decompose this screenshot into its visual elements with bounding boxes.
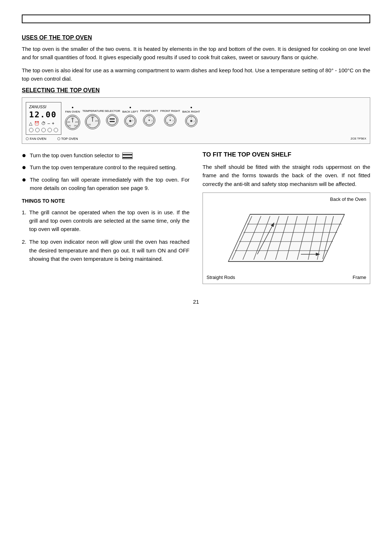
things-to-note-heading: THINGS TO NOTE [22, 197, 189, 205]
bullet-item-2: ● Turn the top oven temperature control … [22, 163, 189, 171]
svg-point-12 [107, 116, 117, 125]
clock-icon: ⏰ [34, 121, 40, 126]
two-col-layout: ● Turn the top oven function selector to… [22, 151, 370, 284]
model-label: ZCE TF5EX [351, 137, 366, 141]
uses-para2: The top oven is also ideal for use as a … [22, 66, 370, 83]
svg-text:1: 1 [149, 116, 150, 118]
svg-text:1: 1 [170, 116, 171, 118]
svg-text:150: 150 [68, 125, 71, 127]
fan-oven-option: FAN OVEN [26, 137, 46, 141]
num-text-1: The grill cannot be operated when the to… [29, 208, 189, 234]
svg-text:2: 2 [173, 119, 174, 122]
dial-temperature: TEMPERATURE 200 240 150 [82, 107, 102, 129]
dial-fan-oven: FAN OVEN 200 240 260 150 100 [65, 107, 80, 130]
svg-text:2: 2 [152, 119, 153, 122]
uses-para1: The top oven is the smaller of the two o… [22, 45, 370, 62]
dial-back-left: BACK LEFT 1 2 9 [122, 107, 138, 127]
svg-text:240: 240 [75, 121, 78, 123]
top-oven-option: TOP OVEN [57, 137, 78, 141]
svg-text:9: 9 [127, 122, 128, 125]
zanussi-display: ZANUSSI 12.00 △ ⏰ ⏱ – + [26, 102, 61, 135]
shelf-labels-bottom: Straight Rods Frame [207, 275, 366, 280]
page-number: 21 [22, 299, 370, 305]
dial-front-left: FRONT LEFT 1 2 9 [140, 107, 158, 126]
svg-text:9: 9 [146, 122, 147, 124]
svg-rect-14 [110, 121, 115, 122]
shelf-diagram: Back of the Oven [203, 193, 370, 284]
dial-dot-br [191, 107, 192, 108]
svg-point-16 [129, 120, 131, 122]
left-column: ● Turn the top oven function selector to… [22, 151, 189, 284]
bullet-dot-1: ● [22, 151, 26, 159]
circle2 [35, 128, 40, 132]
svg-text:240: 240 [95, 120, 98, 122]
radio-fan-oven [26, 137, 29, 140]
circle1 [29, 128, 33, 132]
dial-selector: SELECTOR [105, 107, 120, 126]
svg-rect-35 [123, 154, 132, 155]
bullet-item-1: ● Turn the top oven function selector to [22, 151, 189, 159]
svg-point-21 [148, 119, 150, 121]
dials-area: FAN OVEN 200 240 260 150 100 TEMPER [65, 107, 366, 130]
dial-dot-bl [130, 107, 131, 108]
circle4 [48, 128, 52, 132]
svg-point-31 [190, 120, 192, 122]
circle5 [54, 128, 58, 132]
svg-text:1: 1 [130, 117, 131, 119]
digital-time: 12.00 [29, 110, 58, 119]
dial-dot [72, 107, 73, 108]
svg-text:2: 2 [132, 119, 133, 122]
panel-bottom-labels: FAN OVEN TOP OVEN ZCE TF5EX [26, 136, 366, 141]
num-text-2: The top oven indicator neon will glow un… [29, 238, 189, 263]
numbered-item-1: 1. The grill cannot be operated when the… [22, 208, 189, 234]
svg-text:150: 150 [87, 123, 91, 126]
svg-text:9: 9 [167, 122, 168, 124]
brand-label: ZANUSSI [29, 105, 58, 109]
circle-row [29, 128, 58, 132]
circle3 [41, 128, 46, 132]
dial-back-right: BACK RIGHT 2 2 9 [182, 107, 200, 127]
plus-icon: + [52, 121, 54, 126]
uses-heading: USES OF THE TOP OVEN [22, 35, 370, 41]
svg-point-26 [170, 119, 171, 121]
minus-icon: – [48, 121, 50, 126]
svg-text:260: 260 [74, 125, 77, 127]
svg-marker-37 [228, 214, 344, 262]
bullet-text-3: The cooling fan will operate immediately… [30, 175, 189, 193]
svg-text:2: 2 [191, 117, 192, 119]
fit-shelf-para: The shelf should be fitted with the stra… [203, 163, 370, 188]
shelf-label-top: Back of the Oven [207, 197, 366, 202]
page-title-box [22, 15, 370, 23]
bullet-text-1: Turn the top oven function selector to [30, 151, 132, 159]
timer-icon: ⏱ [41, 121, 46, 126]
fit-shelf-section: TO FIT THE TOP OVEN SHELF The shelf shou… [203, 151, 370, 284]
bullet-text-2: Turn the top oven temperature control to… [30, 163, 177, 171]
bell-icon: △ [29, 121, 32, 126]
num-1: 1. [22, 208, 26, 234]
numbered-list: 1. The grill cannot be operated when the… [22, 208, 189, 263]
bullet-dot-2: ● [22, 163, 26, 171]
bullet-dot-3: ● [22, 176, 26, 183]
svg-text:2: 2 [193, 120, 195, 122]
icon-row: △ ⏰ ⏱ – + [29, 121, 58, 126]
control-panel-diagram: ZANUSSI 12.00 △ ⏰ ⏱ – + FAN OVEN [22, 97, 370, 144]
svg-text:9: 9 [188, 122, 189, 125]
right-column: TO FIT THE TOP OVEN SHELF The shelf shou… [203, 151, 370, 284]
frame-label: Frame [352, 275, 366, 280]
radio-top-oven [57, 137, 60, 140]
bullet-list: ● Turn the top oven function selector to… [22, 151, 189, 192]
svg-text:100: 100 [67, 121, 70, 123]
fit-shelf-heading: TO FIT THE TOP OVEN SHELF [203, 151, 370, 158]
numbered-item-2: 2. The top oven indicator neon will glow… [22, 238, 189, 263]
straight-rods-label: Straight Rods [207, 275, 235, 280]
selecting-heading: SELECTING THE TOP OVEN [22, 87, 370, 94]
bullet-item-3: ● The cooling fan will operate immediate… [22, 175, 189, 193]
shelf-svg [207, 203, 366, 272]
dial-front-right: FRONT RIGHT 1 2 9 [160, 107, 180, 126]
svg-rect-13 [110, 118, 115, 119]
svg-rect-36 [123, 157, 132, 158]
num-2: 2. [22, 238, 26, 263]
selector-icon-inline [122, 153, 132, 159]
